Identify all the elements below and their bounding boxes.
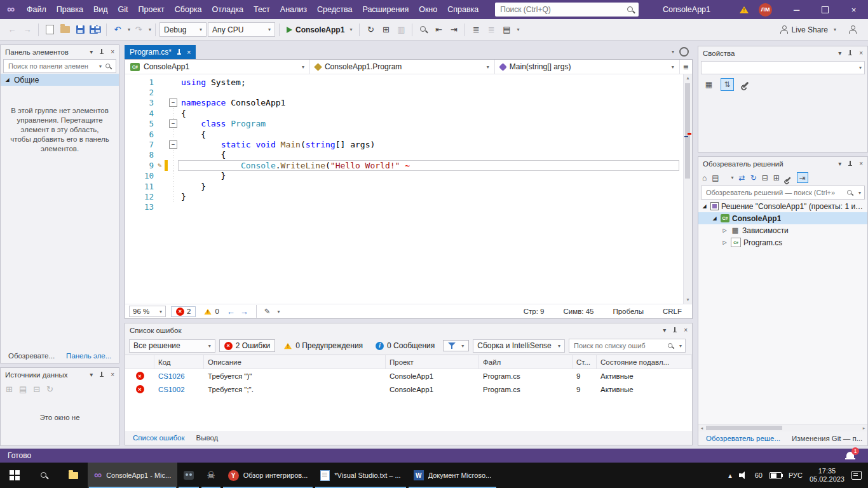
code-line-12[interactable]: 12} bbox=[125, 191, 684, 201]
object-selector-combo[interactable]: ▾ bbox=[701, 61, 865, 74]
column-severity[interactable] bbox=[125, 355, 154, 369]
tree-item-solution-node[interactable]: ◢Решение "ConsoleApp1" (проекты: 1 из 1) bbox=[698, 200, 867, 212]
pin-icon[interactable] bbox=[176, 48, 182, 56]
alphabetical-sort-icon[interactable]: ⇅ bbox=[721, 78, 734, 91]
chevron-down-icon[interactable]: ▾ bbox=[858, 190, 861, 196]
add-data-source-icon[interactable]: ⊞ bbox=[6, 384, 13, 394]
code-area[interactable]: 1using System;23−namespace ConsoleApp14{… bbox=[125, 74, 692, 304]
code-line-13[interactable]: 13 bbox=[125, 202, 684, 212]
menu-Справка[interactable]: Справка bbox=[442, 0, 484, 19]
keyboard-language[interactable]: РУС bbox=[789, 471, 803, 479]
error-row-CS1002[interactable]: ×CS1002Требуется ";".ConsoleApp1Program.… bbox=[125, 383, 692, 396]
solution-explorer-title-bar[interactable]: Обозреватель решений ▾× bbox=[698, 157, 867, 170]
code-cleanup-icon[interactable]: ✎ bbox=[264, 307, 271, 316]
breakpoint-gutter[interactable] bbox=[125, 191, 138, 201]
tree-collapsed-icon[interactable]: ▷ bbox=[721, 227, 728, 233]
menu-Анализ[interactable]: Анализ bbox=[275, 0, 312, 19]
code-line-6[interactable]: 6 { bbox=[125, 129, 684, 139]
taskbar-app-game-app[interactable] bbox=[177, 463, 200, 488]
menu-Тест[interactable]: Тест bbox=[248, 0, 275, 19]
tab-options-icon[interactable] bbox=[679, 47, 689, 57]
tree-expanded-icon[interactable]: ◢ bbox=[711, 215, 718, 221]
code-line-3[interactable]: 3−namespace ConsoleApp1 bbox=[125, 98, 684, 108]
break-all-icon[interactable]: ▥ bbox=[394, 22, 408, 37]
tree-item-project-consoleapp1[interactable]: ◢C#ConsoleApp1 bbox=[698, 212, 867, 224]
redo-icon[interactable]: ↷ bbox=[132, 22, 146, 37]
properties-title-bar[interactable]: Свойства ▾× bbox=[698, 46, 867, 60]
breakpoint-gutter[interactable] bbox=[125, 171, 138, 181]
pin-icon[interactable] bbox=[672, 327, 678, 334]
close-icon[interactable]: × bbox=[111, 48, 114, 55]
project-dropdown[interactable]: C#ConsoleApp1▾ bbox=[125, 60, 310, 74]
breakpoint-gutter[interactable] bbox=[125, 87, 138, 97]
toolbar-overflow-icon[interactable]: ▾ bbox=[517, 27, 519, 32]
home-icon[interactable]: ⌂ bbox=[702, 173, 707, 182]
start-debugging-button[interactable]: ConsoleApp1▾ bbox=[283, 25, 355, 34]
zoom-combo[interactable]: 96 %▾ bbox=[129, 306, 166, 317]
close-icon[interactable]: × bbox=[111, 371, 114, 378]
save-all-icon[interactable] bbox=[88, 22, 102, 37]
breakpoint-gutter[interactable] bbox=[125, 98, 138, 108]
window-position-icon[interactable]: ▾ bbox=[838, 160, 841, 167]
attach-icon[interactable]: ⊞ bbox=[379, 22, 393, 37]
fold-box-icon[interactable]: − bbox=[169, 98, 177, 107]
error-row-CS1026[interactable]: ×CS1026Требуется ")"ConsoleApp1Program.c… bbox=[125, 369, 692, 383]
toolbox-group-general[interactable]: ◢ Общие bbox=[1, 74, 119, 86]
user-avatar[interactable]: ЛМ bbox=[759, 3, 772, 17]
scrollbar-thumb[interactable] bbox=[706, 426, 782, 430]
breakpoint-gutter[interactable] bbox=[125, 150, 138, 160]
minimize-button[interactable]: ─ bbox=[782, 0, 811, 19]
taskbar-app-browser[interactable]: YОбзор интегриров... bbox=[222, 463, 315, 488]
menu-Git[interactable]: Git bbox=[113, 0, 133, 19]
battery-icon[interactable] bbox=[770, 472, 782, 479]
close-icon[interactable]: × bbox=[187, 48, 191, 56]
properties-wrench-icon[interactable] bbox=[785, 173, 792, 182]
tab-Изменения Git — п...[interactable]: Изменения Git — п... bbox=[787, 433, 867, 444]
data-sources-title-bar[interactable]: Источники данных ▾× bbox=[1, 368, 119, 381]
refresh-icon[interactable]: ↻ bbox=[750, 173, 757, 182]
properties-wrench-icon[interactable] bbox=[739, 78, 752, 91]
tab-Обозревате...[interactable]: Обозревате... bbox=[3, 351, 60, 361]
code-line-11[interactable]: 11 } bbox=[125, 181, 684, 191]
column-3[interactable]: Проект bbox=[386, 355, 479, 369]
fold-box-icon[interactable]: − bbox=[169, 119, 177, 128]
window-position-icon[interactable]: ▾ bbox=[663, 327, 666, 334]
feedback-icon[interactable] bbox=[845, 22, 859, 37]
taskbar-app-word[interactable]: WДокумент Microso... bbox=[407, 463, 498, 488]
close-icon[interactable]: × bbox=[859, 160, 863, 167]
refresh-icon[interactable]: ↻ bbox=[46, 384, 53, 394]
tab-Обозреватель реше...[interactable]: Обозреватель реше... bbox=[701, 433, 785, 444]
breakpoint-gutter[interactable] bbox=[125, 202, 138, 212]
breakpoint-gutter[interactable] bbox=[125, 119, 138, 129]
filter-button[interactable]: ▾ bbox=[443, 340, 469, 351]
error-code[interactable]: CS1026 bbox=[154, 372, 204, 380]
menu-Сборка[interactable]: Сборка bbox=[170, 0, 207, 19]
vertical-scrollbar[interactable]: ▴ ▾ bbox=[683, 74, 692, 304]
find-icon[interactable] bbox=[416, 22, 430, 37]
code-line-8[interactable]: 8 { bbox=[125, 150, 684, 160]
open-file-icon[interactable] bbox=[58, 22, 72, 37]
redo-dropdown-icon[interactable]: ▾ bbox=[149, 27, 151, 32]
indent-icon[interactable]: ⇥ bbox=[447, 22, 461, 37]
volume-icon[interactable] bbox=[739, 471, 748, 479]
horizontal-scrollbar[interactable]: ◂ ▸ bbox=[698, 424, 867, 431]
messages-filter-button[interactable]: i0 Сообщения bbox=[371, 340, 439, 351]
code-line-10[interactable]: 10 } bbox=[125, 171, 684, 181]
column-6[interactable]: Состояние подавл... bbox=[597, 355, 692, 369]
breakpoint-gutter[interactable] bbox=[125, 139, 138, 149]
scroll-right-icon[interactable]: ▸ bbox=[860, 424, 867, 431]
prev-issue-icon[interactable]: ← bbox=[227, 307, 235, 316]
menu-Правка[interactable]: Правка bbox=[51, 0, 88, 19]
scope-combo[interactable]: Все решение▾ bbox=[129, 339, 215, 353]
column-4[interactable]: Файл bbox=[479, 355, 573, 369]
navbar-options-icon[interactable]: ≣ bbox=[680, 60, 692, 74]
toolbox-search-input[interactable] bbox=[7, 62, 95, 71]
outdent-icon[interactable]: ⇤ bbox=[431, 22, 445, 37]
taskbar-app-visual-studio[interactable]: ∞ConsoleApp1 - Mic... bbox=[88, 463, 177, 488]
error-list-title-bar[interactable]: Список ошибок ▾× bbox=[125, 323, 692, 337]
scroll-left-icon[interactable]: ◂ bbox=[698, 424, 705, 431]
pin-icon[interactable] bbox=[98, 371, 105, 379]
breakpoint-gutter[interactable] bbox=[125, 160, 138, 170]
menu-Отладка[interactable]: Отладка bbox=[207, 0, 248, 19]
solution-search-input[interactable] bbox=[705, 188, 843, 197]
